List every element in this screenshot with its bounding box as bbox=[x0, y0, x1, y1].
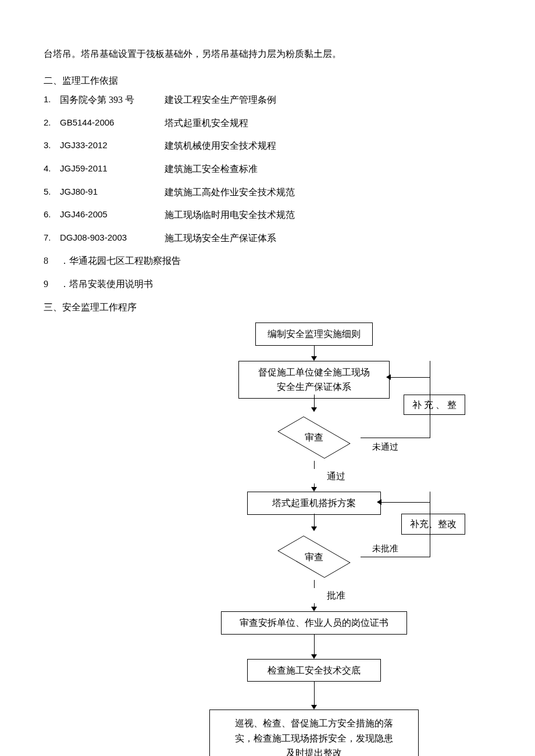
flow-side-box-2: 补充、整改 bbox=[401, 514, 465, 535]
arrow-left-icon bbox=[377, 499, 381, 505]
connector-line bbox=[430, 361, 430, 395]
item-text: ．华通花园七区工程勘察报告 bbox=[60, 253, 181, 268]
ref-name: 建设工程安全生产管理条例 bbox=[165, 92, 276, 108]
ref-row: 6. JGJ46-2005 施工现场临时用电安全技术规范 bbox=[44, 207, 491, 223]
flowchart: 编制安全监理实施细则 督促施工单位健全施工现场 安全生产保证体系 补 充 、 整… bbox=[137, 323, 491, 756]
ref-num: 3. bbox=[44, 138, 60, 153]
flow-box-2: 督促施工单位健全施工现场 安全生产保证体系 bbox=[238, 361, 390, 399]
ref-name: 建筑施工高处作业安全技术规范 bbox=[165, 185, 295, 200]
flow-side-box-1: 补 充 、 整 bbox=[404, 395, 465, 415]
connector-line bbox=[430, 492, 430, 514]
arrow-down-icon bbox=[311, 635, 317, 659]
ref-code: DGJ08-903-2003 bbox=[60, 231, 165, 246]
connector-line bbox=[361, 438, 430, 438]
ref-name: 塔式起重机安全规程 bbox=[165, 116, 248, 131]
connector-line bbox=[430, 514, 430, 557]
connector-line bbox=[361, 557, 430, 557]
arrow-left-icon bbox=[386, 374, 391, 380]
ref-num: 5. bbox=[44, 185, 60, 200]
ref-num: 7. bbox=[44, 231, 60, 246]
ref-code: JGJ80-91 bbox=[60, 185, 165, 200]
ref-code: JGJ46-2005 bbox=[60, 207, 165, 223]
ref-num: 1. bbox=[44, 92, 60, 108]
references-list: 1. 国务院令第 393 号 建设工程安全生产管理条例 2. GB5144-20… bbox=[44, 92, 491, 245]
ref-code: GB5144-2006 bbox=[60, 116, 165, 131]
connector-line bbox=[430, 395, 430, 438]
ref-code: 国务院令第 393 号 bbox=[60, 92, 165, 108]
ref-code: JGJ59-2011 bbox=[60, 162, 165, 177]
section-2-title: 二、监理工作依据 bbox=[44, 73, 491, 88]
arrow-down-icon bbox=[311, 483, 317, 492]
arrow-down-icon bbox=[314, 580, 315, 588]
ref-row: 5. JGJ80-91 建筑施工高处作业安全技术规范 bbox=[44, 185, 491, 200]
arrow-down-icon bbox=[311, 395, 317, 412]
item-9: 9 ．塔吊安装使用说明书 bbox=[44, 277, 491, 292]
ref-row: 7. DGJ08-903-2003 施工现场安全生产保证体系 bbox=[44, 231, 491, 246]
ref-name: 施工现场安全生产保证体系 bbox=[165, 231, 276, 246]
connector-line bbox=[381, 502, 430, 503]
flow-box-6-line3: 及时提出整改 bbox=[222, 746, 406, 756]
arrow-down-icon bbox=[311, 346, 317, 361]
ref-row: 1. 国务院令第 393 号 建设工程安全生产管理条例 bbox=[44, 92, 491, 108]
ref-name: 建筑机械使用安全技术规程 bbox=[165, 138, 276, 153]
flow-pass-2-label: 批准 bbox=[327, 588, 345, 603]
ref-name: 施工现场临时用电安全技术规范 bbox=[165, 207, 295, 223]
arrow-down-icon bbox=[311, 514, 317, 531]
flow-box-2-line2: 安全生产保证体系 bbox=[251, 379, 377, 395]
flow-box-2-line1: 督促施工单位健全施工现场 bbox=[251, 365, 377, 380]
arrow-down-icon bbox=[314, 461, 315, 469]
flow-box-3: 塔式起重机搭拆方案 bbox=[247, 492, 381, 515]
intro-text: 台塔吊。塔吊基础设置于筏板基础外，另塔吊基础持力层为粉质黏土层。 bbox=[44, 46, 491, 62]
ref-row: 3. JGJ33-2012 建筑机械使用安全技术规程 bbox=[44, 138, 491, 153]
arrow-down-icon bbox=[311, 603, 317, 611]
ref-num: 6. bbox=[44, 207, 60, 223]
item-num: 8 bbox=[44, 253, 60, 268]
flow-box-6-line2: 实，检查施工现场搭拆安全，发现隐患 bbox=[222, 731, 406, 746]
item-text: ．塔吊安装使用说明书 bbox=[60, 277, 153, 292]
ref-row: 4. JGJ59-2011 建筑施工安全检查标准 bbox=[44, 162, 491, 177]
flow-fail-2-label: 未批准 bbox=[372, 542, 398, 556]
flow-box-1: 编制安全监理实施细则 bbox=[255, 323, 373, 346]
ref-row: 2. GB5144-2006 塔式起重机安全规程 bbox=[44, 116, 491, 131]
flow-fail-1-label: 未通过 bbox=[372, 440, 398, 454]
flow-box-6: 巡视、检查、督促施工方安全措施的落 实，检查施工现场搭拆安全，发现隐患 及时提出… bbox=[209, 710, 419, 756]
ref-name: 建筑施工安全检查标准 bbox=[165, 162, 258, 177]
item-8: 8 ．华通花园七区工程勘察报告 bbox=[44, 253, 491, 268]
flow-diamond-1-label: 审查 bbox=[305, 430, 323, 445]
flow-box-5: 检查施工安全技术交底 bbox=[247, 659, 381, 682]
section-3-title: 三、安全监理工作程序 bbox=[44, 300, 491, 315]
ref-num: 2. bbox=[44, 116, 60, 131]
connector-line bbox=[391, 377, 430, 378]
item-num: 9 bbox=[44, 277, 60, 292]
ref-code: JGJ33-2012 bbox=[60, 138, 165, 153]
flow-box-4: 审查安拆单位、作业人员的岗位证书 bbox=[221, 611, 407, 635]
flow-diamond-2-label: 审查 bbox=[305, 550, 323, 565]
flow-pass-1-label: 通过 bbox=[327, 469, 345, 484]
arrow-down-icon bbox=[311, 682, 317, 710]
ref-num: 4. bbox=[44, 162, 60, 177]
flow-box-6-line1: 巡视、检查、督促施工方安全措施的落 bbox=[222, 716, 406, 731]
